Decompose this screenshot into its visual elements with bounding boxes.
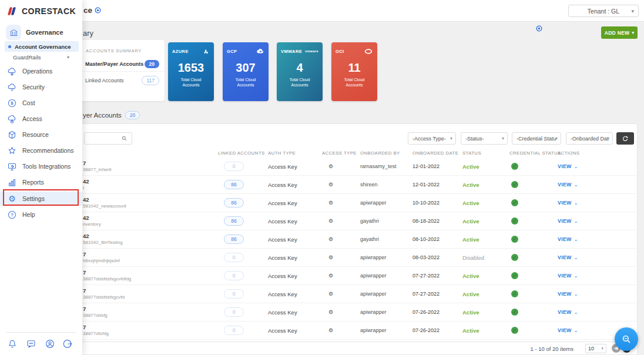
filter-onboarded-date[interactable]: -Onboarded Dat▾: [566, 132, 613, 145]
add-new-button[interactable]: ADD NEW ▾: [601, 26, 638, 39]
bar-chart-icon: [7, 177, 17, 187]
magnifier-icon: [621, 334, 632, 344]
sidebar-item-operations[interactable]: Operations: [0, 64, 82, 78]
summary-row-label: Linked Accounts: [85, 78, 124, 83]
onboarded-by: apiwrapper: [360, 273, 387, 279]
linked-accounts-badge[interactable]: 0: [224, 307, 244, 317]
column-header-access-type[interactable]: ACCESS TYPE: [322, 150, 357, 156]
search-input[interactable]: [87, 133, 121, 143]
user-profile-icon[interactable]: [45, 339, 56, 350]
linked-accounts-badge[interactable]: 86: [224, 235, 244, 244]
pagination-range: 1 - 10 of 20 items: [531, 346, 573, 352]
view-action-button[interactable]: VIEW⌄: [558, 291, 578, 297]
sidebar-item-help[interactable]: ? Help: [0, 207, 82, 222]
sidebar-item-guardrails[interactable]: GuardRails ▾: [13, 54, 78, 61]
account-name: 738877dfzfdg: [83, 324, 109, 337]
onboarded-by: gayathri: [360, 218, 379, 224]
refresh-button[interactable]: [616, 132, 634, 145]
onboarded-by: gayathri: [360, 236, 379, 242]
tenant-select[interactable]: Tenant : GL ▾: [568, 5, 639, 17]
summary-info-target-icon[interactable]: [535, 25, 543, 32]
onboarded-date: 12-01-2022: [412, 163, 440, 169]
sidebar-item-reports[interactable]: Reports: [0, 175, 82, 189]
bank-icon: [6, 25, 21, 40]
sidebar-item-security[interactable]: Security: [0, 80, 82, 94]
view-action-button[interactable]: VIEW⌄: [558, 236, 578, 242]
auth-type: Access Key: [268, 163, 297, 170]
access-type-gear-icon: ⚙: [328, 253, 333, 262]
column-header-linked-accounts[interactable]: LINKED ACCOUNTS: [218, 150, 265, 156]
summary-row-master-payer[interactable]: Master/Payer Accounts 20: [80, 56, 165, 72]
sidebar-item-governance[interactable]: Governance: [6, 25, 63, 40]
table-row: 42581042_BHTesting 86 Access Key ⚙ gayat…: [80, 230, 638, 249]
view-action-button[interactable]: VIEW⌄: [558, 327, 578, 333]
status-badge: Active: [462, 236, 479, 243]
corestack-logo[interactable]: CORESTACK: [6, 5, 76, 17]
view-action-button[interactable]: VIEW⌄: [558, 273, 578, 279]
linked-accounts-badge[interactable]: 86: [224, 216, 244, 226]
linked-accounts-badge[interactable]: 86: [224, 198, 244, 207]
status-badge: Active: [462, 182, 479, 188]
chevron-down-icon: ▾: [67, 55, 69, 60]
logout-icon[interactable]: [62, 339, 74, 350]
sidebar-item-label: Account Governance: [15, 43, 71, 50]
cloud-card-gcp[interactable]: GCP 307 Total Cloud Accounts: [223, 42, 269, 101]
sidebar-item-label: Help: [22, 211, 35, 218]
view-action-button[interactable]: VIEW⌄: [558, 254, 578, 260]
sidebar-item-resource[interactable]: Resource: [0, 128, 82, 142]
sidebar-item-tools-integrations[interactable]: Tools Integrations: [0, 159, 82, 173]
sidebar-item-label: Governance: [26, 29, 63, 36]
filter-access-type[interactable]: -Access Type-▾: [408, 132, 456, 145]
cloud-card-azure[interactable]: AZURE 1653 Total Cloud Accounts: [168, 42, 214, 101]
refresh-icon: [622, 135, 629, 142]
view-action-button[interactable]: VIEW⌄: [558, 182, 578, 187]
provider-label: AZURE: [172, 49, 189, 54]
column-header-actions[interactable]: ACTIONS: [558, 150, 579, 156]
onboarded-by: shireen: [360, 182, 378, 187]
column-header-auth-type[interactable]: AUTH TYPE: [268, 150, 296, 156]
card-caption: Total Cloud Accounts: [176, 77, 206, 88]
sidebar-item-recommendations[interactable]: Recommendations: [0, 143, 82, 158]
chevron-down-icon: ⌄: [574, 182, 578, 187]
card-caption: Total Cloud Accounts: [339, 77, 370, 88]
linked-accounts-badge[interactable]: 86: [224, 180, 244, 189]
sidebar-item-account-governance[interactable]: Account Governance: [5, 41, 79, 52]
cloud-card-oci[interactable]: OCI 11 Total Cloud Accounts: [331, 42, 377, 101]
summary-row-linked[interactable]: Linked Accounts 117: [80, 73, 165, 88]
credential-status-check-icon: ✓: [511, 290, 518, 297]
search-icon[interactable]: [121, 135, 128, 142]
filter-credential-status[interactable]: -Credential Statu▾: [512, 132, 561, 145]
sidebar-item-access[interactable]: Access: [0, 112, 82, 126]
view-action-button[interactable]: VIEW⌄: [558, 218, 578, 224]
view-action-button[interactable]: VIEW⌄: [558, 200, 578, 206]
linked-accounts-badge[interactable]: 0: [224, 253, 244, 262]
column-header-onboarded-by[interactable]: ONBOARDED BY: [360, 150, 400, 156]
provider-label: OCI: [336, 49, 344, 54]
credential-status-check-icon: ✓: [511, 236, 518, 243]
filter-status[interactable]: -Status-▾: [461, 132, 508, 145]
notifications-bell-icon[interactable]: [7, 339, 19, 350]
sidebar-item-label: Tools Integrations: [22, 163, 71, 170]
column-header-status[interactable]: STATUS: [462, 150, 481, 156]
view-action-button[interactable]: VIEW⌄: [558, 309, 578, 315]
linked-accounts-badge[interactable]: 0: [224, 326, 244, 335]
column-header-credential-status[interactable]: CREDENTIAL STATUS: [509, 150, 561, 156]
cloud-card-vmware[interactable]: VMWARE vmware 4 Total Cloud Accounts: [277, 42, 323, 101]
column-header-onboarded-date[interactable]: ONBOARDED DATE: [412, 150, 458, 156]
filter-label: -Onboarded Dat: [571, 136, 609, 142]
sidebar-item-cost[interactable]: $ Cost: [0, 96, 82, 110]
provider-label: VMWARE: [281, 49, 302, 54]
chat-icon[interactable]: [26, 339, 38, 350]
pagination-bar: 1 - 10 of 20 items 10▾ ◀ ▶: [80, 341, 637, 354]
page-info-target-icon[interactable]: [94, 6, 102, 14]
help-widget-button[interactable]: [615, 327, 638, 351]
star-icon: [7, 146, 17, 156]
linked-accounts-badge[interactable]: 0: [224, 162, 244, 171]
linked-accounts-badge[interactable]: 0: [224, 271, 244, 280]
linked-accounts-badge[interactable]: 0: [224, 289, 244, 299]
credential-status-check-icon: ✓: [511, 254, 518, 261]
account-name: 42i: [83, 178, 89, 191]
view-action-button[interactable]: VIEW⌄: [558, 163, 578, 169]
card-value: 307: [227, 61, 264, 75]
page-size-select[interactable]: 10▾: [585, 344, 606, 353]
